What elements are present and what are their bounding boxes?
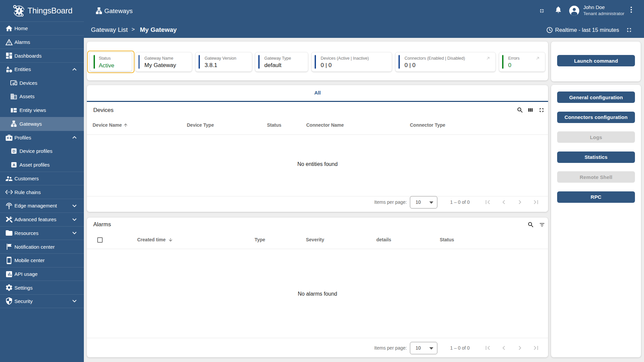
svg-text:D: D	[12, 149, 15, 153]
svg-text:A: A	[12, 163, 15, 167]
